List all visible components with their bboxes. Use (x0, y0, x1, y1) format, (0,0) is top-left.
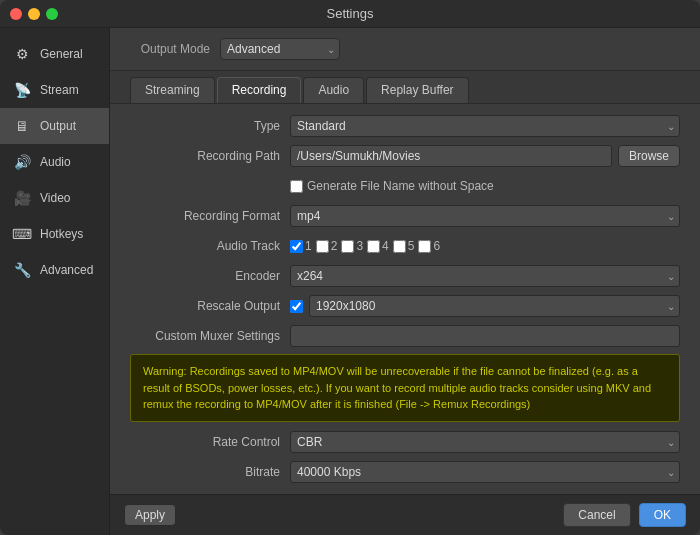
output-mode-select[interactable]: Advanced Simple (220, 38, 340, 60)
rate-control-label: Rate Control (130, 435, 290, 449)
generate-filename-checkbox[interactable] (290, 180, 303, 193)
generate-filename-row: Generate File Name without Space (130, 174, 680, 198)
sidebar-label-advanced: Advanced (40, 263, 93, 277)
recording-path-input[interactable] (290, 145, 612, 167)
track-3-label[interactable]: 3 (341, 239, 363, 253)
sidebar-item-output[interactable]: 🖥 Output (0, 108, 109, 144)
main-panel: Output Mode Advanced Simple Streaming Re… (110, 28, 700, 535)
settings-window: Settings ⚙ General 📡 Stream 🖥 Output 🔊 A… (0, 0, 700, 535)
audio-track-control: 1 2 3 4 5 (290, 239, 680, 253)
track-6-label[interactable]: 6 (418, 239, 440, 253)
main-content: ⚙ General 📡 Stream 🖥 Output 🔊 Audio 🎥 Vi… (0, 28, 700, 535)
titlebar: Settings (0, 0, 700, 28)
form-area: Type Standard Custom Output (FFmpeg) Rec… (110, 104, 700, 494)
track-5-checkbox[interactable] (393, 240, 406, 253)
footer-right: Cancel OK (563, 503, 686, 527)
type-row: Type Standard Custom Output (FFmpeg) (130, 114, 680, 138)
track-5-label[interactable]: 5 (393, 239, 415, 253)
track-1-checkbox[interactable] (290, 240, 303, 253)
sidebar-item-general[interactable]: ⚙ General (0, 36, 109, 72)
audio-track-label: Audio Track (130, 239, 290, 253)
advanced-icon: 🔧 (12, 260, 32, 280)
rescale-select[interactable]: 1920x1080 1280x720 1440x900 (309, 295, 680, 317)
track-6-checkbox[interactable] (418, 240, 431, 253)
audio-icon: 🔊 (12, 152, 32, 172)
sidebar-item-hotkeys[interactable]: ⌨ Hotkeys (0, 216, 109, 252)
sidebar-label-video: Video (40, 191, 70, 205)
window-controls (10, 8, 58, 20)
minimize-button[interactable] (28, 8, 40, 20)
audio-track-row: Audio Track 1 2 3 4 (130, 234, 680, 258)
format-select[interactable]: mp4 mkv mov flv (290, 205, 680, 227)
output-mode-select-wrapper: Advanced Simple (220, 38, 340, 60)
recording-path-row: Recording Path Browse (130, 144, 680, 168)
encoder-row: Encoder x264 nvenc (130, 264, 680, 288)
track-4-checkbox[interactable] (367, 240, 380, 253)
encoder-label: Encoder (130, 269, 290, 283)
type-label: Type (130, 119, 290, 133)
track-1-label[interactable]: 1 (290, 239, 312, 253)
custom-muxer-input[interactable] (290, 325, 680, 347)
tab-recording[interactable]: Recording (217, 77, 302, 103)
warning-text: Warning: Recordings saved to MP4/MOV wil… (143, 365, 651, 410)
recording-path-label: Recording Path (130, 149, 290, 163)
sidebar-item-video[interactable]: 🎥 Video (0, 180, 109, 216)
rate-control-row: Rate Control CBR VBR CRF (130, 430, 680, 454)
output-mode-label: Output Mode (130, 42, 210, 56)
generate-filename-control: Generate File Name without Space (290, 179, 680, 193)
sidebar-item-audio[interactable]: 🔊 Audio (0, 144, 109, 180)
track-2-label[interactable]: 2 (316, 239, 338, 253)
bitrate-select-wrapper: 40000 Kbps 20000 Kbps 10000 Kbps (290, 461, 680, 483)
keyboard-icon: ⌨ (12, 224, 32, 244)
track-4-label[interactable]: 4 (367, 239, 389, 253)
rate-control-control: CBR VBR CRF (290, 431, 680, 453)
type-select-wrapper: Standard Custom Output (FFmpeg) (290, 115, 680, 137)
output-mode-row: Output Mode Advanced Simple (110, 28, 700, 71)
rate-control-select[interactable]: CBR VBR CRF (290, 431, 680, 453)
gear-icon: ⚙ (12, 44, 32, 64)
track-3-checkbox[interactable] (341, 240, 354, 253)
output-icon: 🖥 (12, 116, 32, 136)
format-select-wrapper: mp4 mkv mov flv (290, 205, 680, 227)
bitrate-select[interactable]: 40000 Kbps 20000 Kbps 10000 Kbps (290, 461, 680, 483)
rescale-label: Rescale Output (130, 299, 290, 313)
apply-button[interactable]: Apply (124, 504, 176, 526)
recording-format-label: Recording Format (130, 209, 290, 223)
rescale-row: Rescale Output 1920x1080 1280x720 1440x9… (130, 294, 680, 318)
maximize-button[interactable] (46, 8, 58, 20)
ok-button[interactable]: OK (639, 503, 686, 527)
generate-filename-label[interactable]: Generate File Name without Space (290, 179, 494, 193)
rate-control-select-wrapper: CBR VBR CRF (290, 431, 680, 453)
sidebar-label-stream: Stream (40, 83, 79, 97)
custom-muxer-label: Custom Muxer Settings (130, 329, 290, 343)
browse-button[interactable]: Browse (618, 145, 680, 167)
sidebar-label-audio: Audio (40, 155, 71, 169)
tabs-bar: Streaming Recording Audio Replay Buffer (110, 71, 700, 104)
sidebar-label-hotkeys: Hotkeys (40, 227, 83, 241)
encoder-control: x264 nvenc (290, 265, 680, 287)
sidebar-label-output: Output (40, 119, 76, 133)
sidebar: ⚙ General 📡 Stream 🖥 Output 🔊 Audio 🎥 Vi… (0, 28, 110, 535)
tab-audio[interactable]: Audio (303, 77, 364, 103)
tab-replay-buffer[interactable]: Replay Buffer (366, 77, 469, 103)
tab-streaming[interactable]: Streaming (130, 77, 215, 103)
cancel-button[interactable]: Cancel (563, 503, 630, 527)
encoder-select[interactable]: x264 nvenc (290, 265, 680, 287)
encoder-select-wrapper: x264 nvenc (290, 265, 680, 287)
recording-path-control: Browse (290, 145, 680, 167)
custom-muxer-control (290, 325, 680, 347)
rescale-checkbox[interactable] (290, 300, 303, 313)
rescale-select-wrapper: 1920x1080 1280x720 1440x900 (309, 295, 680, 317)
sidebar-item-stream[interactable]: 📡 Stream (0, 72, 109, 108)
sidebar-item-advanced[interactable]: 🔧 Advanced (0, 252, 109, 288)
bitrate-row: Bitrate 40000 Kbps 20000 Kbps 10000 Kbps (130, 460, 680, 484)
type-control: Standard Custom Output (FFmpeg) (290, 115, 680, 137)
bitrate-label: Bitrate (130, 465, 290, 479)
warning-box: Warning: Recordings saved to MP4/MOV wil… (130, 354, 680, 422)
sidebar-label-general: General (40, 47, 83, 61)
video-icon: 🎥 (12, 188, 32, 208)
type-select[interactable]: Standard Custom Output (FFmpeg) (290, 115, 680, 137)
close-button[interactable] (10, 8, 22, 20)
recording-format-row: Recording Format mp4 mkv mov flv (130, 204, 680, 228)
track-2-checkbox[interactable] (316, 240, 329, 253)
